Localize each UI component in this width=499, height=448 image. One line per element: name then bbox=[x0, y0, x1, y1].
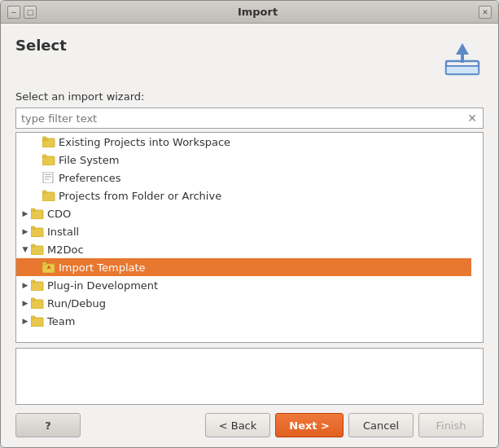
arrow-import-template bbox=[31, 261, 42, 273]
label-plugin-dev: Plug-in Development bbox=[47, 279, 158, 292]
import-dialog: − □ Import ✕ Select Select an import wiz… bbox=[0, 0, 499, 448]
button-row: ? < Back Next > Cancel Finish bbox=[15, 405, 484, 447]
arrow-existing-projects bbox=[31, 136, 42, 147]
bottom-area: ? < Back Next > Cancel Finish bbox=[1, 343, 498, 447]
svg-rect-14 bbox=[42, 191, 46, 193]
arrow-projects-folder bbox=[31, 190, 42, 201]
next-button[interactable]: Next > bbox=[275, 413, 344, 437]
tree-item-import-template[interactable]: Import Template bbox=[16, 258, 471, 276]
window-close-group: ✕ bbox=[479, 6, 492, 19]
cancel-button[interactable]: Cancel bbox=[348, 413, 414, 437]
arrow-cdo bbox=[20, 208, 31, 219]
svg-rect-22 bbox=[42, 262, 46, 265]
tree-item-m2doc[interactable]: M2Doc bbox=[16, 240, 471, 258]
page-header: Select bbox=[15, 37, 484, 79]
folder-icon-preferences bbox=[42, 171, 55, 184]
folder-icon-install bbox=[31, 225, 44, 238]
folder-icon-m2doc bbox=[31, 243, 44, 256]
svg-rect-27 bbox=[31, 298, 35, 301]
filter-clear-button[interactable]: ✕ bbox=[464, 110, 480, 126]
tree-item-install[interactable]: Install bbox=[16, 222, 471, 240]
arrow-install bbox=[20, 226, 31, 237]
window-controls: − □ bbox=[7, 6, 37, 19]
svg-rect-13 bbox=[42, 192, 55, 201]
label-preferences: Preferences bbox=[59, 172, 120, 184]
folder-icon-plugin-dev bbox=[31, 279, 44, 292]
nav-buttons: < Back Next > Cancel Finish bbox=[205, 413, 484, 437]
label-projects-folder: Projects from Folder or Archive bbox=[59, 190, 221, 202]
window-close-button[interactable]: ✕ bbox=[479, 6, 492, 19]
window-minimize-button[interactable]: − bbox=[7, 6, 20, 19]
window-title: Import bbox=[37, 6, 479, 18]
folder-icon-import-template bbox=[42, 261, 55, 274]
finish-button[interactable]: Finish bbox=[418, 413, 484, 437]
label-m2doc: M2Doc bbox=[47, 244, 84, 256]
tree-item-existing-projects[interactable]: Existing Projects into Workspace bbox=[16, 133, 471, 151]
filter-row: ✕ bbox=[15, 108, 484, 129]
tree-item-plugin-dev[interactable]: Plug-in Development bbox=[16, 276, 471, 294]
folder-icon-run-debug bbox=[31, 296, 44, 310]
label-team: Team bbox=[47, 315, 75, 327]
tree-item-team[interactable]: Team bbox=[16, 312, 471, 330]
svg-rect-15 bbox=[31, 210, 43, 219]
svg-rect-16 bbox=[31, 209, 35, 211]
svg-rect-17 bbox=[31, 228, 43, 237]
arrow-team bbox=[20, 315, 31, 327]
arrow-plugin-dev bbox=[20, 279, 31, 291]
back-button[interactable]: < Back bbox=[205, 413, 271, 437]
import-icon bbox=[441, 37, 484, 79]
label-existing-projects: Existing Projects into Workspace bbox=[59, 136, 230, 148]
folder-icon-file-system bbox=[42, 153, 55, 166]
svg-rect-19 bbox=[31, 246, 43, 255]
arrow-preferences bbox=[31, 172, 42, 183]
wizard-label: Select an import wizard: bbox=[15, 90, 484, 103]
tree-list: Existing Projects into Workspace File Sy… bbox=[16, 133, 483, 330]
titlebar: − □ Import ✕ bbox=[1, 1, 498, 24]
folder-icon-projects-folder bbox=[42, 189, 55, 202]
svg-rect-9 bbox=[43, 172, 53, 183]
folder-icon-existing-projects bbox=[42, 135, 55, 148]
arrow-run-debug bbox=[20, 297, 31, 309]
content-area: Select Select an import wizard: ✕ bbox=[1, 24, 498, 343]
label-install: Install bbox=[47, 226, 79, 238]
tree-container[interactable]: Existing Projects into Workspace File Sy… bbox=[15, 132, 484, 343]
svg-rect-29 bbox=[31, 316, 35, 318]
label-file-system: File System bbox=[59, 154, 119, 166]
svg-rect-24 bbox=[31, 282, 43, 291]
window-maximize-button[interactable]: □ bbox=[24, 6, 37, 19]
tree-item-preferences[interactable]: Preferences bbox=[16, 169, 471, 187]
tree-item-projects-folder[interactable]: Projects from Folder or Archive bbox=[16, 187, 471, 204]
svg-rect-7 bbox=[42, 156, 55, 165]
folder-icon-cdo bbox=[31, 207, 44, 220]
svg-rect-26 bbox=[31, 300, 43, 309]
tree-item-cdo[interactable]: CDO bbox=[16, 204, 471, 222]
svg-rect-1 bbox=[446, 66, 479, 74]
page-title: Select bbox=[15, 37, 67, 54]
tree-item-file-system[interactable]: File System bbox=[16, 151, 471, 169]
label-run-debug: Run/Debug bbox=[47, 297, 106, 310]
svg-rect-28 bbox=[31, 318, 43, 327]
label-cdo: CDO bbox=[47, 208, 71, 220]
arrow-file-system bbox=[31, 154, 42, 165]
svg-rect-6 bbox=[42, 137, 46, 139]
folder-icon-team bbox=[31, 314, 44, 327]
svg-rect-8 bbox=[42, 155, 46, 157]
svg-rect-18 bbox=[31, 226, 35, 229]
svg-marker-2 bbox=[456, 43, 469, 63]
arrow-m2doc bbox=[20, 244, 31, 255]
filter-input[interactable] bbox=[16, 112, 464, 125]
description-box bbox=[15, 348, 484, 405]
tree-item-run-debug[interactable]: Run/Debug bbox=[16, 294, 471, 312]
svg-rect-25 bbox=[31, 280, 35, 283]
help-button[interactable]: ? bbox=[15, 413, 81, 437]
svg-rect-20 bbox=[31, 244, 35, 247]
label-import-template: Import Template bbox=[59, 261, 146, 274]
